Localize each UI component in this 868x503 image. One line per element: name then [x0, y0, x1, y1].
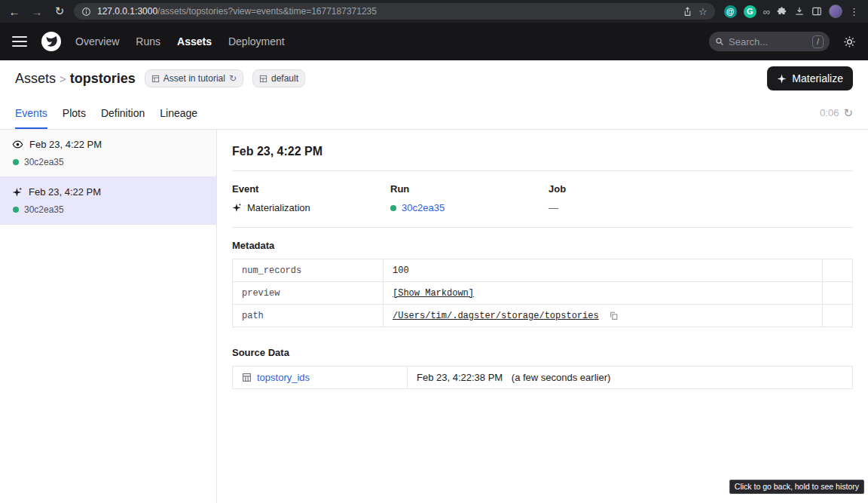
search-shortcut-key: /	[812, 35, 824, 48]
back-button[interactable]: ←	[6, 3, 23, 20]
metadata-heading: Metadata	[232, 240, 853, 251]
tag-asset-in-tutorial[interactable]: Asset in tutorial ↻	[145, 69, 243, 87]
event-run-id[interactable]: 30c2ea35	[24, 157, 64, 167]
asset-name: topstories	[70, 71, 136, 86]
settings-gear-icon[interactable]	[843, 35, 856, 48]
run-status-dot	[13, 159, 19, 165]
tab-lineage[interactable]: Lineage	[160, 97, 197, 129]
group-grid-icon	[259, 75, 267, 83]
job-column-label: Job	[549, 183, 707, 195]
tag-tutorial-label: Asset in tutorial	[164, 73, 225, 84]
search-input[interactable]	[729, 36, 796, 48]
infinity-extension-icon[interactable]: ∞	[763, 6, 770, 17]
event-column-label: Event	[232, 183, 390, 195]
nav-item-runs[interactable]: Runs	[136, 35, 160, 48]
search-icon	[715, 37, 724, 46]
show-markdown-link[interactable]: [Show Markdown]	[393, 288, 474, 299]
upstream-asset-link[interactable]: topstory_ids	[242, 372, 398, 383]
tag-group-label: default	[271, 73, 298, 84]
table-row: preview [Show Markdown]	[233, 282, 853, 305]
event-type-value: Materialization	[247, 202, 310, 213]
path-link[interactable]: /Users/tim/.dagster/storage/topstories	[393, 311, 599, 321]
primary-nav: Overview Runs Assets Deployment	[75, 35, 285, 48]
metadata-value: 100	[384, 259, 823, 282]
run-id-link[interactable]: 30c2ea35	[402, 202, 445, 213]
code-location-icon	[151, 75, 160, 83]
event-time: Feb 23, 4:22 PM	[29, 139, 102, 150]
materialization-sparkle-icon	[12, 187, 23, 198]
event-detail-title: Feb 23, 4:22 PM	[232, 145, 853, 158]
event-list-sidebar: Feb 23, 4:22 PM 30c2ea35 Feb 23, 4:22 PM	[0, 130, 217, 503]
event-detail-panel: Feb 23, 4:22 PM Event Materialization Ru…	[217, 130, 868, 503]
upstream-asset-name: topstory_ids	[257, 372, 310, 383]
table-row: path /Users/tim/.dagster/storage/topstor…	[233, 305, 853, 327]
event-run-id[interactable]: 30c2ea35	[24, 204, 64, 215]
global-search[interactable]: /	[709, 32, 830, 51]
tag-group-default[interactable]: default	[252, 69, 305, 87]
event-list-item-observation[interactable]: Feb 23, 4:22 PM 30c2ea35	[0, 130, 216, 177]
asset-tabs: Events Plots Definition Lineage 0:06 ↻	[0, 97, 868, 130]
source-data-heading: Source Data	[232, 347, 853, 358]
source-timestamp: Feb 23, 4:22:38 PM	[417, 372, 503, 383]
url-bar[interactable]: 127.0.0.1:3000/assets/topstories?view=ev…	[74, 3, 715, 20]
breadcrumb-assets-link[interactable]: Assets	[15, 71, 56, 86]
forward-button[interactable]: →	[29, 3, 45, 20]
materialize-label: Materialize	[792, 72, 843, 84]
asset-table-icon	[242, 373, 252, 382]
run-status-dot	[13, 207, 19, 213]
tab-events[interactable]: Events	[15, 97, 47, 129]
metadata-key: num_records	[233, 259, 384, 282]
at-extension-icon[interactable]: @	[724, 5, 737, 18]
browser-menu-icon[interactable]: ⋮	[849, 6, 859, 17]
hamburger-menu-icon[interactable]	[12, 36, 27, 47]
browser-extensions: @ G ∞ ⋮	[721, 5, 862, 18]
observation-eye-icon	[12, 139, 23, 150]
share-icon[interactable]	[683, 7, 692, 17]
dagster-logo[interactable]	[41, 31, 62, 52]
source-data-table: topstory_ids Feb 23, 4:22:38 PM (a few s…	[232, 366, 853, 389]
breadcrumb-separator: >	[60, 72, 66, 85]
profile-avatar[interactable]	[829, 5, 842, 18]
downloads-icon[interactable]	[794, 6, 805, 17]
source-timestamp-note: (a few seconds earlier)	[512, 372, 611, 383]
reload-button[interactable]: ↻	[51, 3, 68, 20]
copy-path-icon[interactable]	[609, 311, 619, 321]
nav-item-assets[interactable]: Assets	[177, 35, 212, 48]
metadata-key: preview	[233, 282, 384, 305]
table-row: topstory_ids Feb 23, 4:22:38 PM (a few s…	[233, 367, 853, 389]
run-status-dot	[390, 205, 396, 211]
extensions-puzzle-icon[interactable]	[777, 6, 787, 17]
tab-plots[interactable]: Plots	[63, 97, 86, 129]
run-column-label: Run	[390, 183, 549, 195]
side-panel-icon[interactable]	[811, 6, 822, 17]
materialize-button[interactable]: Materialize	[767, 66, 853, 90]
table-row: num_records 100	[233, 259, 853, 282]
bookmark-star-icon[interactable]: ☆	[698, 6, 708, 17]
nav-item-deployment[interactable]: Deployment	[228, 35, 285, 48]
materialization-sparkle-icon	[232, 203, 242, 213]
refresh-timer: 0:06	[820, 107, 839, 118]
browser-chrome: ← → ↻ 127.0.0.1:3000/assets/topstories?v…	[0, 0, 868, 23]
reload-location-icon[interactable]: ↻	[229, 73, 237, 84]
site-info-icon[interactable]	[81, 7, 91, 17]
tab-definition[interactable]: Definition	[101, 97, 145, 129]
metadata-table: num_records 100 preview [Show Markdown] …	[232, 259, 853, 327]
breadcrumb: Assets > topstories	[15, 71, 136, 87]
job-value: —	[549, 202, 558, 213]
url-text: 127.0.0.1:3000/assets/topstories?view=ev…	[97, 6, 677, 17]
refresh-icon[interactable]: ↻	[843, 106, 853, 120]
sparkle-icon	[777, 74, 787, 84]
event-list-item-materialization[interactable]: Feb 23, 4:22 PM 30c2ea35	[0, 177, 216, 225]
app-navbar: Overview Runs Assets Deployment /	[0, 23, 868, 60]
event-time: Feb 23, 4:22 PM	[29, 186, 101, 198]
grammarly-icon[interactable]: G	[744, 5, 756, 18]
metadata-key: path	[233, 305, 384, 327]
nav-item-overview[interactable]: Overview	[75, 35, 119, 48]
back-history-tooltip: Click to go back, hold to see history	[729, 480, 864, 494]
asset-header: Assets > topstories Asset in tutorial ↻ …	[0, 60, 868, 97]
